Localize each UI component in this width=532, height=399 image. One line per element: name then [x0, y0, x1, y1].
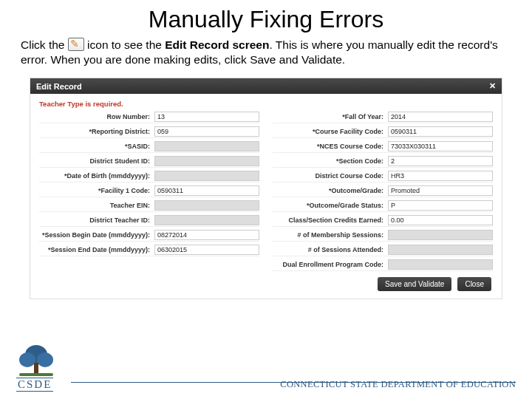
field-value[interactable]: [154, 215, 259, 225]
field-value[interactable]: 0.00: [388, 215, 493, 225]
form-grid: Row Number:13*Reporting District:059*SAS…: [30, 111, 502, 271]
field-value[interactable]: [388, 245, 493, 255]
field-value[interactable]: 06302015: [154, 245, 259, 255]
field-value[interactable]: HR3: [388, 171, 493, 181]
field-value[interactable]: 73033X030311: [388, 141, 493, 151]
field-value[interactable]: 08272014: [154, 230, 259, 240]
field-label: District Teacher ID:: [39, 216, 150, 224]
form-row: # of Membership Sessions:: [273, 229, 493, 242]
form-row: Row Number:13: [39, 111, 259, 123]
form-row: *Outcome/Grade Status:P: [273, 200, 493, 212]
dialog-titlebar: Edit Record ✕: [30, 78, 502, 94]
intro-paragraph: Click the icon to see the Edit Record sc…: [0, 38, 532, 67]
dialog-title: Edit Record: [36, 82, 82, 91]
intro-bold: Edit Record screen: [165, 38, 269, 51]
field-label: *Facility 1 Code:: [39, 187, 150, 194]
form-row: *Reporting District:059: [39, 126, 259, 138]
form-row: District Teacher ID:: [39, 214, 259, 227]
field-label: *SASID:: [39, 143, 150, 150]
field-label: *Outcome/Grade Status:: [273, 202, 383, 209]
field-value[interactable]: [154, 200, 259, 211]
field-value[interactable]: [154, 156, 259, 166]
form-row: *Course Facility Code:0590311: [273, 126, 493, 138]
field-value[interactable]: 0590311: [154, 185, 259, 196]
field-label: *Fall Of Year:: [273, 113, 383, 120]
field-label: Dual Enrollment Program Code:: [273, 261, 383, 268]
form-row: Dual Enrollment Program Code:: [273, 259, 493, 271]
field-label: *Session Begin Date (mmddyyyy):: [39, 231, 150, 239]
form-row: Class/Section Credits Earned:0.00: [273, 214, 493, 227]
form-row: Teacher EIN:: [39, 200, 259, 212]
form-row: *Facility 1 Code:0590311: [39, 185, 259, 197]
footer: CSDE CONNECTICUT STATE DEPARTMENT OF EDU…: [0, 344, 532, 392]
field-value[interactable]: P: [388, 200, 493, 211]
field-label: # of Sessions Attended:: [273, 246, 383, 253]
form-row: District Student ID:: [39, 155, 259, 168]
edit-pencil-icon: [68, 38, 84, 51]
field-label: *Session End Date (mmddyyyy):: [39, 246, 150, 253]
form-row: *Outcome/Grade:Promoted: [273, 185, 493, 197]
field-label: District Student ID:: [39, 157, 150, 165]
field-label: Class/Section Credits Earned:: [273, 216, 383, 224]
page-title: Manually Fixing Errors: [0, 6, 532, 33]
form-row: *SASID:: [39, 140, 259, 153]
intro-pre: Click the: [21, 38, 68, 51]
field-value[interactable]: 2014: [388, 112, 493, 122]
field-value[interactable]: 0590311: [388, 126, 493, 137]
field-label: *Reporting District:: [39, 128, 150, 135]
save-and-validate-button[interactable]: Save and Validate: [378, 277, 451, 291]
form-row: *Date of Birth (mmddyyyy):: [39, 170, 259, 183]
field-label: *Outcome/Grade:: [273, 187, 383, 194]
field-value[interactable]: [388, 230, 493, 240]
field-label: District Course Code:: [273, 172, 383, 180]
field-value[interactable]: Promoted: [388, 185, 493, 196]
form-row: *Session Begin Date (mmddyyyy):08272014: [39, 229, 259, 242]
edit-record-dialog: Edit Record ✕ Teacher Type is required. …: [30, 78, 502, 299]
intro-post-icon: icon to see the: [87, 38, 165, 51]
field-value[interactable]: 2: [388, 156, 493, 166]
field-label: # of Membership Sessions:: [273, 231, 383, 239]
field-value[interactable]: 13: [154, 112, 259, 122]
form-row: *Section Code:2: [273, 155, 493, 168]
form-row: District Course Code:HR3: [273, 170, 493, 183]
validation-message: Teacher Type is required.: [30, 94, 502, 111]
close-button[interactable]: Close: [457, 277, 491, 291]
field-label: *NCES Course Code:: [273, 143, 383, 150]
field-label: *Section Code:: [273, 157, 383, 165]
form-row: *Session End Date (mmddyyyy):06302015: [39, 244, 259, 256]
close-icon[interactable]: ✕: [489, 81, 496, 91]
form-left-column: Row Number:13*Reporting District:059*SAS…: [39, 111, 259, 271]
footer-org: CONNECTICUT STATE DEPARTMENT OF EDUCATIO…: [280, 379, 516, 390]
field-label: *Date of Birth (mmddyyyy):: [39, 172, 150, 180]
form-right-column: *Fall Of Year:2014*Course Facility Code:…: [273, 111, 493, 271]
csde-logo: CSDE: [16, 344, 56, 392]
form-row: # of Sessions Attended:: [273, 244, 493, 256]
dialog-buttons: Save and Validate Close: [378, 277, 491, 291]
field-label: Teacher EIN:: [39, 202, 150, 209]
field-label: Row Number:: [39, 113, 150, 120]
field-value[interactable]: [388, 259, 493, 270]
tree-icon: [16, 344, 56, 376]
field-label: *Course Facility Code:: [273, 128, 383, 135]
field-value[interactable]: [154, 171, 259, 181]
field-value[interactable]: [154, 141, 259, 151]
form-row: *Fall Of Year:2014: [273, 111, 493, 123]
logo-text: CSDE: [16, 378, 53, 392]
field-value[interactable]: 059: [154, 126, 259, 137]
form-row: *NCES Course Code:73033X030311: [273, 140, 493, 153]
